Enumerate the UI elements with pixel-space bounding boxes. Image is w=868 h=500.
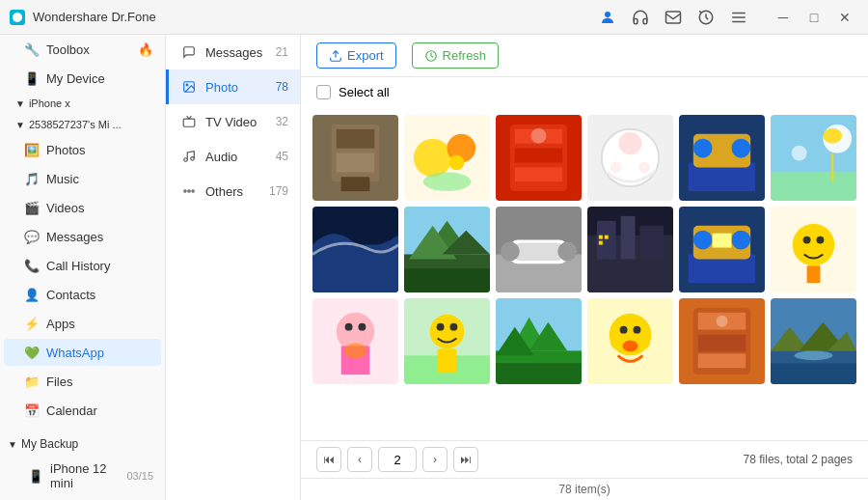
export-label: Export	[347, 48, 384, 63]
photo-thumb-10[interactable]	[587, 207, 673, 292]
sidebar-item-contacts[interactable]: 👤 Contacts	[4, 281, 161, 308]
device-icon: 📱	[23, 69, 41, 87]
media-item-tvvideo[interactable]: TV Video 32	[166, 104, 300, 139]
close-button[interactable]: ✕	[831, 4, 858, 31]
photo-image-18	[771, 298, 856, 384]
user-icon[interactable]	[594, 4, 621, 31]
photo-thumb-4[interactable]	[587, 115, 673, 201]
apps-label: Apps	[46, 317, 75, 331]
photo-image-7	[312, 207, 398, 292]
svg-rect-43	[713, 144, 732, 158]
photo-thumb-5[interactable]	[679, 115, 765, 201]
photo-thumb-18[interactable]	[771, 298, 856, 384]
sidebar-item-calendar[interactable]: 📅 Calendar	[4, 397, 161, 424]
photo-image-14	[404, 298, 490, 384]
photo-thumb-7[interactable]	[312, 207, 398, 292]
svg-point-105	[623, 341, 638, 352]
page-number-input[interactable]: 2	[378, 447, 417, 472]
sidebar-item-whatsapp[interactable]: 💚 WhatsApp	[4, 339, 161, 366]
media-item-others[interactable]: Others 179	[166, 174, 300, 208]
photo-thumb-6[interactable]	[771, 115, 856, 201]
photo-thumb-8[interactable]	[404, 207, 490, 292]
svg-rect-112	[698, 353, 746, 368]
photo-thumb-13[interactable]	[312, 298, 398, 384]
refresh-button[interactable]: Refresh	[412, 42, 500, 69]
sidebar-item-apps[interactable]: ⚡ Apps	[4, 310, 161, 337]
svg-point-87	[358, 323, 366, 331]
svg-point-48	[823, 128, 842, 144]
svg-rect-61	[515, 243, 562, 262]
photo-image-4	[587, 115, 673, 201]
messages-label: Messages	[46, 230, 103, 244]
svg-point-76	[731, 231, 750, 250]
page-prev-button[interactable]: ‹	[347, 447, 372, 472]
menu-icon[interactable]	[725, 4, 752, 31]
photo-thumb-1[interactable]	[312, 115, 398, 201]
media-item-audio[interactable]: Audio 45	[166, 139, 300, 174]
photo-thumb-2[interactable]	[404, 115, 490, 201]
music-icon: 🎵	[23, 170, 41, 187]
sidebar-item-music[interactable]: 🎵 Music	[4, 165, 161, 192]
photo-image-12	[771, 207, 856, 292]
headset-icon[interactable]	[627, 4, 654, 31]
photo-thumb-16[interactable]	[587, 298, 673, 384]
sidebar-item-photos[interactable]: 🖼️ Photos	[4, 136, 161, 163]
sidebar-item-mydevice[interactable]: 📱 My Device	[4, 65, 161, 92]
media-messages-icon	[180, 43, 198, 61]
svg-point-23	[414, 139, 452, 178]
sidebar-item-videos[interactable]: 🎬 Videos	[4, 194, 161, 221]
svg-point-86	[345, 323, 353, 331]
svg-point-12	[188, 190, 190, 192]
photo-thumb-3[interactable]	[496, 115, 582, 201]
media-photo-icon	[180, 78, 198, 96]
photo-grid	[301, 107, 868, 440]
svg-point-92	[437, 323, 445, 331]
export-button[interactable]: Export	[316, 42, 396, 69]
media-item-photo[interactable]: Photo 78	[166, 69, 300, 104]
svg-point-41	[693, 139, 713, 158]
history-icon[interactable]	[692, 4, 719, 31]
sidebar-item-iphone12mini[interactable]: 📱 iPhone 12 mini 03/15	[4, 457, 161, 495]
svg-point-91	[430, 315, 465, 349]
photo-image-6	[771, 115, 856, 201]
title-bar-icons	[594, 4, 752, 31]
photo-image-17	[679, 298, 765, 384]
svg-point-11	[191, 157, 195, 161]
photo-thumb-12[interactable]	[771, 207, 856, 292]
svg-rect-70	[605, 236, 609, 239]
media-item-messages[interactable]: Messages 21	[166, 35, 300, 69]
minimize-button[interactable]: ─	[770, 4, 797, 31]
photo-thumb-11[interactable]	[679, 207, 765, 292]
photo-thumb-15[interactable]	[496, 298, 582, 384]
page-last-button[interactable]: ⏭	[453, 447, 478, 472]
svg-rect-119	[771, 363, 856, 384]
svg-rect-68	[639, 226, 664, 260]
photo-thumb-9[interactable]	[496, 207, 582, 292]
sidebar-item-files[interactable]: 📁 Files	[4, 368, 161, 395]
photo-thumb-14[interactable]	[404, 298, 490, 384]
svg-rect-21	[341, 177, 370, 191]
sidebar-item-toolbox[interactable]: 🔧 Toolbox 🔥	[4, 36, 161, 63]
sidebar-item-messages[interactable]: 💬 Messages	[4, 223, 161, 250]
sidebar-item-callhistory[interactable]: 📞 Call History	[4, 252, 161, 279]
mail-icon[interactable]	[660, 4, 687, 31]
backup-section-header[interactable]: ▼ My Backup	[0, 432, 165, 456]
caret-iphone-x: ▼	[15, 98, 25, 109]
refresh-icon	[424, 49, 438, 63]
mydevice-label: My Device	[46, 71, 105, 86]
mi-device-header[interactable]: ▼ 2538527237's Mi ...	[0, 114, 165, 135]
page-next-button[interactable]: ›	[422, 447, 448, 472]
files-label: Files	[46, 375, 72, 389]
svg-point-49	[792, 146, 807, 161]
page-first-button[interactable]: ⏮	[316, 447, 341, 472]
photo-image-15	[496, 298, 582, 384]
maximize-button[interactable]: □	[800, 4, 827, 31]
svg-point-120	[795, 350, 833, 360]
svg-rect-19	[337, 129, 375, 149]
iphone-x-header[interactable]: ▼ iPhone x	[0, 93, 165, 114]
svg-point-0	[13, 13, 22, 22]
select-all-checkbox[interactable]	[316, 85, 331, 99]
svg-point-104	[633, 326, 640, 334]
svg-point-10	[184, 158, 188, 162]
photo-thumb-17[interactable]	[679, 298, 765, 384]
